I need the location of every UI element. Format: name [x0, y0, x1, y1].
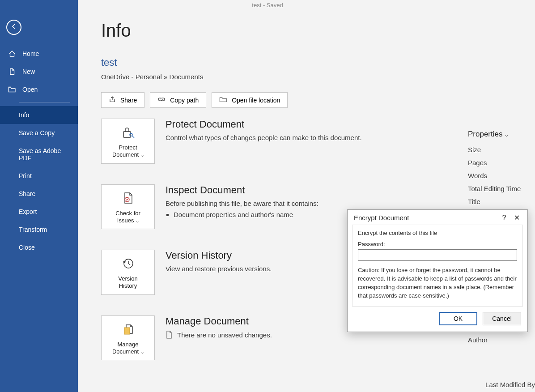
section-description: View and restore previous versions. — [166, 265, 272, 273]
password-caution-text: Caution: If you lose or forget the passw… — [358, 266, 517, 300]
svg-rect-4 — [124, 328, 130, 334]
sidebar-item-label: Transform — [19, 226, 47, 233]
folder-icon — [219, 96, 227, 104]
share-icon — [109, 96, 116, 104]
breadcrumb: OneDrive - Personal » Documents — [101, 73, 535, 81]
dialog-group-title: Encrypt the contents of this file — [358, 230, 517, 236]
sidebar-item-label: Save a Copy — [19, 129, 55, 136]
button-label: Share — [120, 97, 137, 104]
share-button[interactable]: Share — [101, 92, 144, 108]
sidebar-list: Home New Open Info Save a Copy Save as A… — [0, 45, 78, 256]
folder-open-icon — [8, 86, 16, 93]
inspect-bullet-list: Document properties and author's name — [174, 211, 318, 218]
dialog-close-button[interactable]: ✕ — [510, 213, 523, 222]
chevron-down-icon: ⌵ — [503, 132, 508, 137]
backstage-sidebar: Home New Open Info Save a Copy Save as A… — [0, 0, 78, 392]
document-check-icon — [104, 190, 152, 206]
document-small-icon — [166, 331, 173, 340]
svg-point-2 — [125, 197, 129, 202]
sidebar-item-label: New — [22, 68, 35, 75]
version-history-body: Version History View and restore previou… — [166, 250, 272, 273]
properties-dropdown[interactable]: Properties ⌵ — [468, 130, 535, 139]
copy-path-button[interactable]: Copy path — [150, 92, 206, 108]
dialog-help-button[interactable]: ? — [498, 214, 510, 222]
encrypt-document-dialog: Encrypt Document ? ✕ Encrypt the content… — [347, 209, 528, 332]
section-title: Manage Document — [166, 315, 272, 327]
protect-document-body: Protect Document Control what types of c… — [166, 119, 362, 141]
link-icon — [157, 96, 166, 104]
dialog-titlebar[interactable]: Encrypt Document ? ✕ — [348, 210, 527, 225]
document-name: test — [101, 57, 535, 68]
section-description: Control what types of changes people can… — [166, 134, 362, 141]
sidebar-item-label: Open — [22, 86, 38, 93]
sidebar-item-label: Export — [19, 208, 37, 215]
chevron-down-icon: ⌵ — [140, 349, 144, 354]
title-bar: test - Saved — [0, 0, 535, 13]
property-title: Title — [468, 198, 535, 205]
sidebar-item-label: Print — [19, 172, 32, 179]
section-description: There are no unsaved changes. — [166, 331, 272, 340]
tile-label-line1: Check for — [115, 210, 140, 217]
action-row: Share Copy path Open file location — [101, 92, 535, 108]
property-total-editing-time: Total Editing Time — [468, 185, 535, 192]
properties-label: Properties — [468, 130, 502, 138]
open-file-location-button[interactable]: Open file location — [212, 92, 288, 108]
history-icon — [104, 256, 152, 272]
section-title: Version History — [166, 250, 272, 261]
manage-document-body: Manage Document There are no unsaved cha… — [166, 315, 272, 340]
file-new-icon — [8, 68, 16, 75]
inspect-document-body: Inspect Document Before publishing this … — [166, 184, 318, 218]
home-icon — [8, 50, 16, 57]
sidebar-item-label: Home — [22, 50, 39, 57]
dialog-button-row: OK Cancel — [348, 307, 527, 332]
tile-label-line2: Document — [112, 151, 139, 158]
back-button[interactable] — [6, 20, 21, 35]
tile-label-line2: History — [119, 282, 137, 289]
arrow-left-icon — [10, 23, 17, 32]
sidebar-item-new[interactable]: New — [0, 63, 78, 81]
sidebar-divider — [19, 102, 70, 102]
button-label: Open file location — [232, 97, 280, 104]
tile-label-line1: Protect — [119, 144, 137, 151]
version-history-tile[interactable]: Version History — [101, 250, 155, 295]
sidebar-item-label: Share — [19, 190, 35, 197]
check-for-issues-tile[interactable]: Check for Issues ⌵ — [101, 184, 155, 230]
ok-button[interactable]: OK — [439, 312, 477, 325]
tile-label-line1: Version — [118, 275, 137, 282]
tile-label-line1: Manage — [118, 341, 139, 348]
sidebar-item-label: Save as Adobe PDF — [19, 147, 70, 162]
chevron-down-icon: ⌵ — [140, 153, 144, 158]
property-words: Words — [468, 172, 535, 179]
tile-label-line2: Document — [112, 348, 139, 355]
close-icon: ✕ — [514, 214, 520, 222]
sidebar-item-export[interactable]: Export — [0, 203, 78, 221]
manage-desc-text: There are no unsaved changes. — [177, 331, 272, 339]
password-label: Password: — [358, 241, 517, 247]
sidebar-item-open[interactable]: Open — [0, 81, 78, 98]
sidebar-item-save-a-copy[interactable]: Save a Copy — [0, 124, 78, 142]
tile-label-line2: Issues — [117, 217, 134, 224]
sidebar-item-close[interactable]: Close — [0, 239, 78, 256]
cancel-button[interactable]: Cancel — [483, 312, 521, 325]
sidebar-item-share[interactable]: Share — [0, 185, 78, 203]
sidebar-item-label: Info — [19, 111, 29, 119]
inspect-bullet-item: Document properties and author's name — [174, 211, 318, 218]
sidebar-item-info[interactable]: Info — [0, 106, 78, 124]
sidebar-item-save-as-adobe-pdf[interactable]: Save as Adobe PDF — [0, 142, 78, 167]
sidebar-item-home[interactable]: Home — [0, 45, 78, 63]
property-author: Author — [468, 336, 535, 344]
manage-document-tile[interactable]: Manage Document ⌵ — [101, 315, 155, 361]
info-main: Info test OneDrive - Personal » Document… — [78, 13, 535, 392]
sidebar-item-print[interactable]: Print — [0, 167, 78, 185]
documents-stack-icon — [104, 321, 152, 337]
page-title: Info — [101, 21, 535, 41]
dialog-body: Encrypt the contents of this file Passwo… — [352, 225, 523, 307]
section-description: Before publishing this file, be aware th… — [166, 200, 318, 207]
protect-document-tile[interactable]: Protect Document ⌵ — [101, 119, 155, 164]
section-title: Inspect Document — [166, 184, 318, 196]
chevron-down-icon: ⌵ — [135, 218, 139, 223]
sidebar-item-transform[interactable]: Transform — [0, 221, 78, 239]
password-input[interactable] — [358, 249, 517, 261]
section-title: Protect Document — [166, 119, 362, 130]
lock-key-icon — [104, 124, 152, 141]
